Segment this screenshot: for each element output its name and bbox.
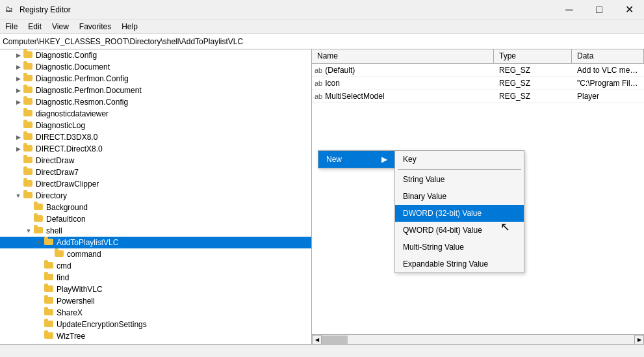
submenu-label: Binary Value [403,192,446,201]
tree-label: WizTree [57,332,85,341]
submenu-label: Expandable String Value [403,259,488,269]
reg-type-icon: ab [315,92,322,100]
expander-icon [13,85,23,96]
expander-icon [23,202,34,213]
tree-label: Diagnostic.Perfmon.Document [36,86,142,95]
tree-label: command [67,250,101,259]
folder-icon [23,191,34,200]
tree-item-cmd[interactable]: cmd [0,260,311,272]
submenu-item-string-value[interactable]: String Value [395,171,524,188]
menu-view[interactable]: View [47,20,74,33]
reg-entry-multiselectmodel[interactable]: ab MultiSelectModel REG_SZ Player [312,90,644,103]
tree-label: DirectDraw [36,156,74,165]
scroll-left-button[interactable]: ◀ [312,335,322,345]
submenu-item-multi-string[interactable]: Multi-String Value [395,239,524,256]
folder-icon [34,203,44,212]
minimize-button[interactable]: ─ [554,0,584,20]
folder-icon [44,273,55,282]
app-icon: 🗂 [5,5,16,15]
tree-panel[interactable]: Diagnostic.Config Diagnostic.Document Di… [0,49,312,344]
column-headers: Name Type Data [312,49,644,64]
tree-item-powershell[interactable]: Powershell [0,295,311,307]
tree-label: UpdateEncryptionSettings [57,320,147,329]
expander-icon [13,179,23,189]
window-controls: ─ □ ✕ [554,0,644,20]
tree-item-wiztree[interactable]: WizTree [0,330,311,342]
reg-entry-icon[interactable]: ab Icon REG_SZ "C:\Program Files\Video [312,77,644,90]
submenu-item-dword[interactable]: DWORD (32-bit) Value [395,205,524,222]
reg-entry-default[interactable]: ab (Default) REG_SZ Add to VLC media pla… [312,64,644,77]
expander-icon [13,155,23,166]
folder-icon [55,250,65,259]
reg-type-icon: ab [315,66,322,74]
tree-label: DIRECT.D3DX8.0 [36,133,97,142]
tree-item-addtoplaylistvlc[interactable]: AddToPlaylistVLC [0,237,311,248]
tree-item-direct-directx[interactable]: DIRECT.DirectX8.0 [0,143,311,155]
submenu-item-qword[interactable]: QWORD (64-bit) Value [395,222,524,239]
tree-item-directdraw7[interactable]: DirectDraw7 [0,166,311,178]
tree-item-command[interactable]: command [0,248,311,260]
tree-item-shell[interactable]: shell [0,225,311,237]
expander-icon [44,249,55,259]
reg-name: Icon [325,79,340,88]
tree-item-diagnosticlog[interactable]: DiagnosticLog [0,120,311,131]
tree-item-directdrawclipper[interactable]: DirectDrawClipper [0,178,311,190]
tree-item-diagnostic-config[interactable]: Diagnostic.Config [0,49,311,61]
col-header-name[interactable]: Name [312,49,494,63]
tree-label: AddToPlaylistVLC [57,238,118,247]
tree-item-diagnostic-document[interactable]: Diagnostic.Document [0,61,311,73]
tree-item-playwithvlc[interactable]: PlayWithVLC [0,284,311,295]
tree-item-directdraw[interactable]: DirectDraw [0,155,311,166]
horizontal-scrollbar[interactable]: ◀ ▶ [312,334,644,344]
submenu-item-expandable-string[interactable]: Expandable String Value [395,256,524,272]
tree-item-diagnostic-perfmon-doc[interactable]: Diagnostic.Perfmon.Document [0,85,311,96]
folder-icon [23,133,34,142]
reg-data-cell: Player [572,92,644,101]
col-header-data[interactable]: Data [572,49,644,63]
menu-edit[interactable]: Edit [23,20,47,33]
scroll-track [322,335,634,345]
tree-item-background[interactable]: Background [0,202,311,213]
scroll-thumb[interactable] [322,336,348,344]
tree-item-diagnosticdataviewer[interactable]: diagnosticdataviewer [0,108,311,120]
submenu-item-key[interactable]: Key [395,151,524,168]
folder-icon [44,285,55,294]
tree-item-diagnostic-perfmon-config[interactable]: Diagnostic.Perfmon.Config [0,73,311,85]
maximize-button[interactable]: □ [584,0,614,20]
folder-icon [44,261,55,271]
tree-label: Directory [36,191,67,200]
tree-item-sharex[interactable]: ShareX [0,307,311,319]
tree-label: shell [46,226,62,235]
tree-item-defaulticon[interactable]: DefaultIcon [0,213,311,225]
expander-icon [34,296,44,306]
folder-icon [23,74,34,83]
tree-label: find [57,273,69,282]
tree-label: Diagnostic.Config [36,51,97,60]
tree-item-directory[interactable]: Directory [0,190,311,202]
folder-icon [23,86,34,95]
close-button[interactable]: ✕ [614,0,644,20]
col-header-type[interactable]: Type [494,49,572,63]
tree-item-direct-d3dx[interactable]: DIRECT.D3DX8.0 [0,131,311,143]
tree-label: Diagnostic.Perfmon.Config [36,74,129,83]
context-menu-item-new[interactable]: New ▶ [318,151,395,168]
tree-label: DirectDrawClipper [36,179,99,189]
menu-help[interactable]: Help [116,20,143,33]
menu-favorites[interactable]: Favorites [74,20,116,33]
folder-icon [23,179,34,189]
tree-item-find[interactable]: find [0,272,311,284]
submenu-item-binary-value[interactable]: Binary Value [395,188,524,205]
reg-type-cell: REG_SZ [494,79,572,88]
tree-item-diagnostic-resmon[interactable]: Diagnostic.Resmon.Config [0,96,311,108]
folder-icon [44,308,55,317]
tree-item-updateencryption[interactable]: UpdateEncryptionSettings [0,319,311,330]
folder-icon [44,297,55,306]
menu-file[interactable]: File [0,20,23,33]
expander-icon [34,272,44,283]
expander-icon [34,331,44,341]
expander-icon [13,144,23,154]
tree-label: DiagnosticLog [36,121,85,130]
submenu-label: QWORD (64-bit) Value [403,226,482,235]
scroll-right-button[interactable]: ▶ [634,335,644,345]
address-path: Computer\HKEY_CLASSES_ROOT\Directory\she… [3,37,243,46]
